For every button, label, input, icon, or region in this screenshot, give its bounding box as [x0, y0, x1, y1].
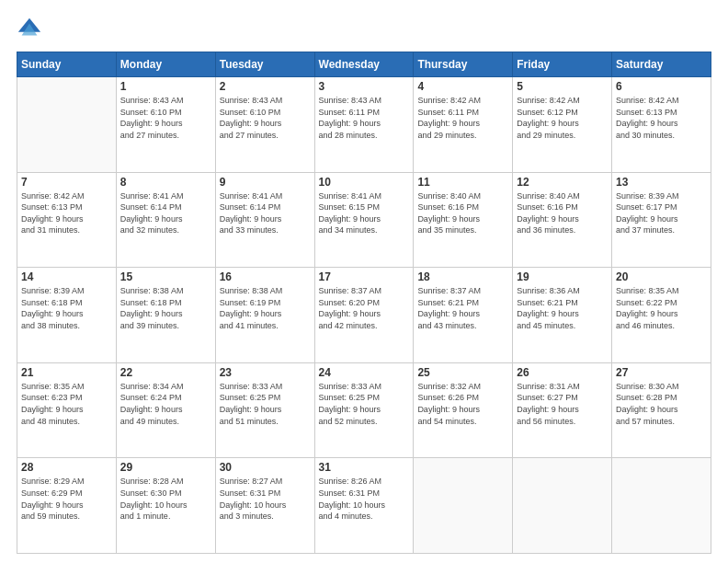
- calendar-week-5: 28Sunrise: 8:29 AM Sunset: 6:29 PM Dayli…: [17, 458, 711, 554]
- day-number: 5: [517, 80, 608, 93]
- day-info: Sunrise: 8:43 AM Sunset: 6:10 PM Dayligh…: [220, 95, 311, 141]
- day-number: 4: [417, 80, 508, 93]
- day-number: 6: [616, 80, 707, 93]
- day-number: 14: [21, 270, 112, 283]
- calendar-cell: 25Sunrise: 8:32 AM Sunset: 6:26 PM Dayli…: [414, 362, 513, 458]
- calendar-cell: 20Sunrise: 8:35 AM Sunset: 6:22 PM Dayli…: [612, 268, 711, 363]
- calendar-cell: 6Sunrise: 8:42 AM Sunset: 6:13 PM Daylig…: [612, 77, 711, 173]
- day-number: 11: [417, 176, 508, 189]
- calendar-cell: 19Sunrise: 8:36 AM Sunset: 6:21 PM Dayli…: [513, 268, 612, 363]
- day-number: 10: [319, 176, 410, 189]
- day-info: Sunrise: 8:35 AM Sunset: 6:22 PM Dayligh…: [616, 285, 707, 331]
- day-info: Sunrise: 8:42 AM Sunset: 6:13 PM Dayligh…: [21, 190, 112, 236]
- calendar-cell: 17Sunrise: 8:37 AM Sunset: 6:20 PM Dayli…: [314, 268, 414, 363]
- header: [17, 17, 711, 42]
- day-info: Sunrise: 8:33 AM Sunset: 6:25 PM Dayligh…: [220, 381, 311, 427]
- calendar-cell: 13Sunrise: 8:39 AM Sunset: 6:17 PM Dayli…: [612, 172, 711, 268]
- calendar-cell: [513, 458, 612, 554]
- calendar-cell: 31Sunrise: 8:26 AM Sunset: 6:31 PM Dayli…: [314, 458, 414, 554]
- day-info: Sunrise: 8:28 AM Sunset: 6:30 PM Dayligh…: [120, 476, 211, 522]
- day-info: Sunrise: 8:33 AM Sunset: 6:25 PM Dayligh…: [319, 381, 410, 427]
- day-info: Sunrise: 8:35 AM Sunset: 6:23 PM Dayligh…: [21, 381, 112, 427]
- day-info: Sunrise: 8:41 AM Sunset: 6:15 PM Dayligh…: [319, 190, 410, 236]
- calendar-cell: 7Sunrise: 8:42 AM Sunset: 6:13 PM Daylig…: [17, 172, 117, 268]
- calendar-cell: [414, 458, 513, 554]
- day-info: Sunrise: 8:34 AM Sunset: 6:24 PM Dayligh…: [120, 381, 211, 427]
- day-info: Sunrise: 8:40 AM Sunset: 6:16 PM Dayligh…: [417, 190, 508, 236]
- day-number: 27: [616, 366, 707, 379]
- day-number: 1: [120, 80, 211, 93]
- day-number: 19: [517, 270, 608, 283]
- day-info: Sunrise: 8:32 AM Sunset: 6:26 PM Dayligh…: [417, 381, 508, 427]
- calendar-header-wednesday: Wednesday: [314, 52, 414, 77]
- calendar-cell: 28Sunrise: 8:29 AM Sunset: 6:29 PM Dayli…: [17, 458, 117, 554]
- day-info: Sunrise: 8:39 AM Sunset: 6:18 PM Dayligh…: [21, 285, 112, 331]
- day-number: 28: [21, 461, 112, 474]
- day-info: Sunrise: 8:39 AM Sunset: 6:17 PM Dayligh…: [616, 190, 707, 236]
- day-info: Sunrise: 8:30 AM Sunset: 6:28 PM Dayligh…: [616, 381, 707, 427]
- calendar-week-4: 21Sunrise: 8:35 AM Sunset: 6:23 PM Dayli…: [17, 362, 711, 458]
- day-number: 3: [319, 80, 410, 93]
- calendar-cell: 22Sunrise: 8:34 AM Sunset: 6:24 PM Dayli…: [116, 362, 215, 458]
- calendar-cell: 23Sunrise: 8:33 AM Sunset: 6:25 PM Dayli…: [215, 362, 314, 458]
- day-number: 9: [220, 176, 311, 189]
- day-number: 7: [21, 176, 112, 189]
- day-number: 31: [319, 461, 410, 474]
- calendar: SundayMondayTuesdayWednesdayThursdayFrid…: [17, 52, 711, 554]
- day-info: Sunrise: 8:29 AM Sunset: 6:29 PM Dayligh…: [21, 476, 112, 522]
- calendar-week-1: 1Sunrise: 8:43 AM Sunset: 6:10 PM Daylig…: [17, 77, 711, 173]
- logo-icon: [17, 17, 42, 42]
- calendar-header-friday: Friday: [513, 52, 612, 77]
- day-number: 13: [616, 176, 707, 189]
- day-info: Sunrise: 8:41 AM Sunset: 6:14 PM Dayligh…: [120, 190, 211, 236]
- calendar-cell: 18Sunrise: 8:37 AM Sunset: 6:21 PM Dayli…: [414, 268, 513, 363]
- day-number: 20: [616, 270, 707, 283]
- calendar-cell: 10Sunrise: 8:41 AM Sunset: 6:15 PM Dayli…: [314, 172, 414, 268]
- day-number: 23: [220, 366, 311, 379]
- calendar-cell: 14Sunrise: 8:39 AM Sunset: 6:18 PM Dayli…: [17, 268, 117, 363]
- day-info: Sunrise: 8:38 AM Sunset: 6:19 PM Dayligh…: [220, 285, 311, 331]
- day-info: Sunrise: 8:43 AM Sunset: 6:10 PM Dayligh…: [120, 95, 211, 141]
- calendar-cell: 9Sunrise: 8:41 AM Sunset: 6:14 PM Daylig…: [215, 172, 314, 268]
- day-info: Sunrise: 8:41 AM Sunset: 6:14 PM Dayligh…: [220, 190, 311, 236]
- calendar-cell: 12Sunrise: 8:40 AM Sunset: 6:16 PM Dayli…: [513, 172, 612, 268]
- day-number: 16: [220, 270, 311, 283]
- calendar-header-thursday: Thursday: [414, 52, 513, 77]
- day-number: 8: [120, 176, 211, 189]
- calendar-cell: [612, 458, 711, 554]
- day-info: Sunrise: 8:31 AM Sunset: 6:27 PM Dayligh…: [517, 381, 608, 427]
- day-number: 15: [120, 270, 211, 283]
- day-number: 22: [120, 366, 211, 379]
- calendar-cell: 29Sunrise: 8:28 AM Sunset: 6:30 PM Dayli…: [116, 458, 215, 554]
- calendar-cell: 15Sunrise: 8:38 AM Sunset: 6:18 PM Dayli…: [116, 268, 215, 363]
- day-info: Sunrise: 8:43 AM Sunset: 6:11 PM Dayligh…: [319, 95, 410, 141]
- calendar-header-tuesday: Tuesday: [215, 52, 314, 77]
- day-number: 24: [319, 366, 410, 379]
- day-number: 25: [417, 366, 508, 379]
- logo: [17, 17, 46, 42]
- day-number: 29: [120, 461, 211, 474]
- calendar-cell: 5Sunrise: 8:42 AM Sunset: 6:12 PM Daylig…: [513, 77, 612, 173]
- calendar-cell: 16Sunrise: 8:38 AM Sunset: 6:19 PM Dayli…: [215, 268, 314, 363]
- day-info: Sunrise: 8:42 AM Sunset: 6:13 PM Dayligh…: [616, 95, 707, 141]
- calendar-cell: 2Sunrise: 8:43 AM Sunset: 6:10 PM Daylig…: [215, 77, 314, 173]
- day-info: Sunrise: 8:37 AM Sunset: 6:21 PM Dayligh…: [417, 285, 508, 331]
- day-info: Sunrise: 8:42 AM Sunset: 6:12 PM Dayligh…: [517, 95, 608, 141]
- calendar-cell: 8Sunrise: 8:41 AM Sunset: 6:14 PM Daylig…: [116, 172, 215, 268]
- calendar-header-row: SundayMondayTuesdayWednesdayThursdayFrid…: [17, 52, 711, 77]
- page: SundayMondayTuesdayWednesdayThursdayFrid…: [0, 0, 728, 563]
- calendar-week-2: 7Sunrise: 8:42 AM Sunset: 6:13 PM Daylig…: [17, 172, 711, 268]
- day-info: Sunrise: 8:40 AM Sunset: 6:16 PM Dayligh…: [517, 190, 608, 236]
- day-number: 26: [517, 366, 608, 379]
- calendar-cell: 24Sunrise: 8:33 AM Sunset: 6:25 PM Dayli…: [314, 362, 414, 458]
- day-number: 2: [220, 80, 311, 93]
- calendar-cell: [17, 77, 117, 173]
- calendar-cell: 11Sunrise: 8:40 AM Sunset: 6:16 PM Dayli…: [414, 172, 513, 268]
- day-number: 12: [517, 176, 608, 189]
- calendar-header-saturday: Saturday: [612, 52, 711, 77]
- calendar-cell: 4Sunrise: 8:42 AM Sunset: 6:11 PM Daylig…: [414, 77, 513, 173]
- calendar-week-3: 14Sunrise: 8:39 AM Sunset: 6:18 PM Dayli…: [17, 268, 711, 363]
- calendar-cell: 26Sunrise: 8:31 AM Sunset: 6:27 PM Dayli…: [513, 362, 612, 458]
- calendar-header-sunday: Sunday: [17, 52, 117, 77]
- day-number: 18: [417, 270, 508, 283]
